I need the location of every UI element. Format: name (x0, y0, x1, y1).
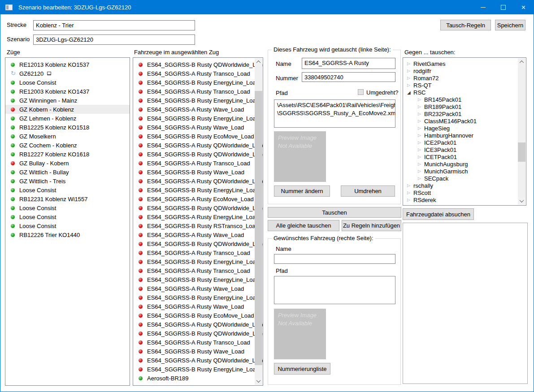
list-item[interactable]: ES64_SGGRSS-A Rusty Transco_Load (133, 266, 263, 275)
list-item[interactable]: ES64_SGGRSS-B Rusty EcoMove_Load (133, 311, 263, 320)
tree-item[interactable]: ▷HamburgHannover (403, 132, 526, 139)
list-item[interactable]: ES64_SGGRSS-B Rusty QDWorldwide_Load (133, 239, 263, 248)
tree-item[interactable]: ▷SECpack (403, 175, 526, 182)
right-pfad-box[interactable] (274, 276, 395, 304)
list-item[interactable]: GZ Wittlich - Bullay (5, 168, 130, 177)
list-item[interactable]: Loose Consist (5, 212, 130, 221)
chevron-collapsed-icon[interactable]: ▷ (418, 162, 424, 166)
list-item[interactable]: Loose Consist (5, 185, 130, 194)
list-item[interactable]: ES64_SGGRSS-A Rusty QDWorldwide_Load (133, 141, 263, 150)
scroll-down-icon[interactable] (255, 377, 262, 385)
list-item[interactable]: RB12225 Koblenz KO1518 (5, 123, 130, 132)
nummerierungliste-button[interactable]: Nummerierungliste (274, 363, 330, 375)
strecke-input[interactable] (33, 20, 195, 30)
list-item[interactable]: ES64_SGGRSS-A Rusty Transco_Load (133, 248, 263, 257)
list-item[interactable]: RB12227 Koblenz KO1618 (5, 150, 130, 159)
list-item[interactable]: GZ Winningen - Mainz (5, 96, 130, 105)
chevron-collapsed-icon[interactable]: ▷ (418, 169, 424, 173)
chevron-collapsed-icon[interactable]: ▷ (407, 83, 413, 87)
list-item[interactable]: ES64_SGGRSS-A Rusty Transco_Load (133, 338, 263, 347)
close-button[interactable]: × (513, 0, 534, 14)
chevron-collapsed-icon[interactable]: ▷ (418, 133, 424, 138)
list-item[interactable]: ES64_SGGRSS-B Rusty Wave_Load (133, 168, 263, 177)
list-item[interactable]: GZ Kobern - Koblenz (5, 105, 130, 114)
nummer-aendern-button[interactable]: Nummer ändern (274, 185, 330, 197)
scrollbar-thumb[interactable] (255, 91, 262, 365)
zu-regeln-hinzufuegen-button[interactable]: Zu Regeln hinzufügen (342, 220, 401, 231)
tausch-regeln-button[interactable]: Tausch-Regeln (440, 20, 491, 30)
tree-item[interactable]: ▷ICETPack01 (403, 153, 526, 160)
umgedreht-checkbox[interactable] (358, 89, 364, 95)
list-item[interactable]: ES64_SGGRSS-B Rusty RSTransco_Load (133, 221, 263, 230)
list-item[interactable]: ES64_SGGRSS-B Rusty EnergyLine_Load (133, 114, 263, 123)
tree-item[interactable]: ▷RSderek (403, 196, 526, 203)
list-item[interactable]: ES64_SGGRSS-B Rusty EcoMove_Load (133, 132, 263, 141)
chevron-collapsed-icon[interactable]: ▷ (407, 61, 413, 66)
list-item[interactable]: RE12003 Koblenz KO1437 (5, 87, 130, 96)
chevron-collapsed-icon[interactable]: ▷ (418, 147, 424, 152)
list-item[interactable]: GZ Bullay - Kobern (5, 159, 130, 168)
list-item[interactable]: GZ Cochem - Koblenz (5, 141, 130, 150)
tree-item[interactable]: ▷ICE3Pack01 (403, 146, 526, 153)
tree-item[interactable]: ▷RS-QT (403, 82, 526, 89)
list-item[interactable]: GZ Lehmen - Koblenz (5, 114, 130, 123)
fahrzeuge-scrollbar[interactable] (255, 58, 262, 385)
tree-scrollbar[interactable] (518, 58, 525, 205)
left-name-input[interactable]: ES64_SGGRSS-A Rusty EcoMove_Load (302, 58, 395, 69)
list-item[interactable]: ES64_SGGRSS-A Rusty QDWorldwide_Load (133, 177, 263, 185)
list-item[interactable]: ES64_SGGRSS-B Rusty EnergyLine_Load (133, 78, 263, 87)
list-item[interactable]: ES64_SGGRSS-B Rusty EnergyLine_Load (133, 293, 263, 302)
list-item[interactable]: GZ Wittlich - Treis (5, 177, 130, 185)
list-item[interactable]: ES64_SGGRSS-A Rusty QDWorldwide_Load (133, 356, 263, 365)
fahrzeuge-listbox[interactable]: ES64_SGGRSS-B Rusty QDWorldwide_LoadES64… (133, 57, 263, 386)
chevron-collapsed-icon[interactable]: ▷ (407, 183, 413, 188)
tree-item[interactable]: ▷Roman72 (403, 74, 526, 82)
list-item[interactable]: ES64_SGGRSS-B Rusty QDWorldwide_Load (133, 60, 263, 69)
tree-item[interactable]: ◢RSC (403, 89, 526, 96)
tree-item[interactable]: ▷BR145Pack01 (403, 96, 526, 103)
tree-item[interactable]: ▷BR232Pack01 (403, 110, 526, 117)
tree-item[interactable]: ▷ClassME146Pack01 (403, 117, 526, 125)
chevron-collapsed-icon[interactable]: ▷ (418, 112, 424, 116)
tree-item[interactable]: ▷RSD (403, 203, 526, 206)
list-item[interactable]: ES64_SGGRSS-A Rusty Transco_Load (133, 159, 263, 168)
chevron-collapsed-icon[interactable]: ▷ (418, 97, 424, 102)
list-item[interactable]: ES64_SGGRSS-B Rusty QDWorldwide_Load (133, 203, 263, 212)
list-item[interactable]: ES64_SGGRSS-A Rusty Wave_Load (133, 302, 263, 311)
list-item[interactable]: ES64_SGGRSS-A Rusty Transco_Load (133, 87, 263, 96)
chevron-collapsed-icon[interactable]: ▷ (407, 198, 413, 202)
list-item[interactable]: ES64_SGGRSS-A Rusty QDWorldwide_Load (133, 320, 263, 329)
right-name-input[interactable] (274, 254, 395, 264)
list-item[interactable]: ES64_SGGRSS-A Rusty Wave_Load (133, 105, 263, 114)
left-pfad-box[interactable]: \Assets\RSC\ES64Pack01\RailVehicles\Frei… (274, 99, 395, 128)
list-item[interactable]: ES64_SGGRSS-B Rusty EnergyLine_Load (133, 257, 263, 266)
speichern-button[interactable]: Speichern (495, 20, 525, 30)
list-item[interactable]: ES64_SGGRSS-B Rusty QDWorldwide_Load (133, 150, 263, 159)
list-item[interactable]: ES64_SGGRSS-B Rusty EnergyLine_Load (133, 275, 263, 284)
szenario-input[interactable] (33, 34, 195, 45)
list-item[interactable]: ES64_SGGRSS-A Rusty EcoMove_Load (133, 194, 263, 203)
chevron-collapsed-icon[interactable]: ▷ (407, 190, 413, 195)
tauschen-button[interactable]: Tauschen (268, 207, 401, 218)
list-item[interactable]: ES64_SGGRSS-B Rusty EnergyLine_Load (133, 365, 263, 374)
chevron-collapsed-icon[interactable]: ▷ (407, 205, 413, 206)
tree-item[interactable]: ▷ICE2Pack01 (403, 139, 526, 146)
scrollbar-thumb[interactable] (518, 142, 525, 162)
tree-item[interactable]: ▷RScott (403, 189, 526, 196)
tree-item[interactable]: ▷rschally (403, 182, 526, 189)
chevron-collapsed-icon[interactable]: ▷ (418, 119, 424, 123)
tree-item[interactable]: ▷BR189Pack01 (403, 103, 526, 110)
alle-gleiche-tauschen-button[interactable]: Alle gleiche tauschen (268, 220, 339, 231)
fahrzeugdatei-absuchen-button[interactable]: Fahrzeugdatei absuchen (403, 208, 474, 220)
list-item[interactable]: ↻GZ62120 (5, 69, 130, 78)
tree-item[interactable]: ▷RivetGames (403, 60, 526, 67)
chevron-collapsed-icon[interactable]: ▷ (407, 76, 413, 80)
maximize-button[interactable] (493, 0, 513, 14)
tree-item[interactable]: ▷HageSieg (403, 125, 526, 132)
tree-item[interactable]: ▷MunichAugsburg (403, 160, 526, 168)
left-nummer-input[interactable] (302, 72, 395, 82)
chevron-collapsed-icon[interactable]: ▷ (418, 176, 424, 181)
list-item[interactable]: GZ Moselkern (5, 132, 130, 141)
list-item[interactable]: ES64_SGGRSS-B Rusty EnergyLine_Load (133, 185, 263, 194)
minimize-button[interactable] (473, 0, 493, 14)
